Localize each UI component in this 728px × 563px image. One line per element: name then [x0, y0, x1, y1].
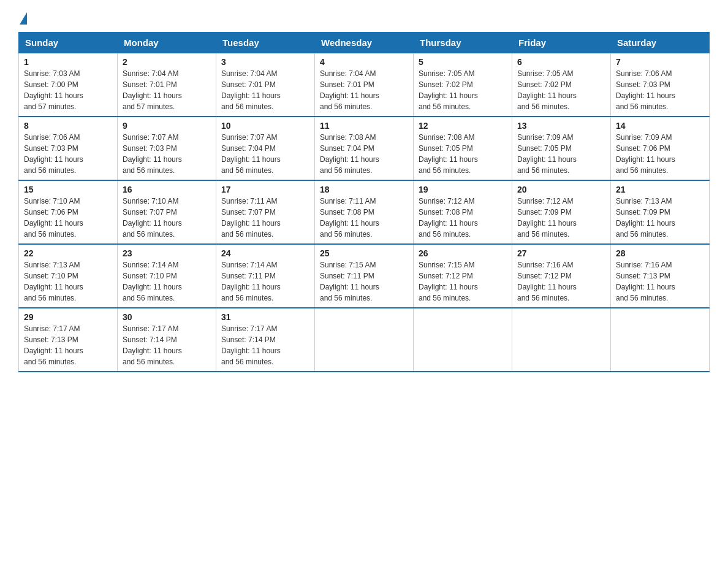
day-number: 30: [123, 312, 211, 322]
day-number: 27: [517, 248, 605, 258]
day-cell: 22 Sunrise: 7:13 AM Sunset: 7:10 PM Dayl…: [19, 244, 118, 308]
day-cell: 21 Sunrise: 7:13 AM Sunset: 7:09 PM Dayl…: [611, 180, 710, 244]
header-wednesday: Wednesday: [315, 33, 414, 53]
day-cell: 26 Sunrise: 7:15 AM Sunset: 7:12 PM Dayl…: [414, 244, 512, 308]
day-number: 2: [123, 57, 211, 67]
day-cell: [611, 308, 710, 372]
day-info: Sunrise: 7:07 AM Sunset: 7:03 PM Dayligh…: [123, 132, 211, 176]
day-info: Sunrise: 7:11 AM Sunset: 7:07 PM Dayligh…: [221, 196, 309, 240]
day-info: Sunrise: 7:09 AM Sunset: 7:05 PM Dayligh…: [517, 132, 605, 176]
day-cell: [512, 308, 611, 372]
day-cell: 16 Sunrise: 7:10 AM Sunset: 7:07 PM Dayl…: [118, 180, 216, 244]
day-cell: 5 Sunrise: 7:05 AM Sunset: 7:02 PM Dayli…: [414, 53, 512, 117]
day-number: 16: [123, 185, 211, 194]
day-cell: 1 Sunrise: 7:03 AM Sunset: 7:00 PM Dayli…: [19, 53, 118, 117]
logo: [18, 12, 27, 26]
day-number: 17: [221, 185, 309, 194]
day-cell: 14 Sunrise: 7:09 AM Sunset: 7:06 PM Dayl…: [611, 117, 710, 180]
calendar-header-row: SundayMondayTuesdayWednesdayThursdayFrid…: [19, 33, 710, 53]
week-row-4: 22 Sunrise: 7:13 AM Sunset: 7:10 PM Dayl…: [19, 244, 710, 308]
header-monday: Monday: [118, 33, 216, 53]
day-cell: 24 Sunrise: 7:14 AM Sunset: 7:11 PM Dayl…: [216, 244, 315, 308]
day-cell: 18 Sunrise: 7:11 AM Sunset: 7:08 PM Dayl…: [315, 180, 414, 244]
day-info: Sunrise: 7:05 AM Sunset: 7:02 PM Dayligh…: [517, 68, 605, 112]
day-info: Sunrise: 7:13 AM Sunset: 7:10 PM Dayligh…: [24, 259, 112, 304]
header-thursday: Thursday: [414, 33, 512, 53]
day-cell: 2 Sunrise: 7:04 AM Sunset: 7:01 PM Dayli…: [118, 53, 216, 117]
day-cell: 9 Sunrise: 7:07 AM Sunset: 7:03 PM Dayli…: [118, 117, 216, 180]
day-number: 22: [24, 248, 112, 258]
day-number: 11: [320, 121, 408, 131]
day-cell: 15 Sunrise: 7:10 AM Sunset: 7:06 PM Dayl…: [19, 180, 118, 244]
day-cell: 8 Sunrise: 7:06 AM Sunset: 7:03 PM Dayli…: [19, 117, 118, 180]
day-number: 29: [24, 312, 112, 322]
day-cell: 3 Sunrise: 7:04 AM Sunset: 7:01 PM Dayli…: [216, 53, 315, 117]
day-cell: 28 Sunrise: 7:16 AM Sunset: 7:13 PM Dayl…: [611, 244, 710, 308]
day-cell: 23 Sunrise: 7:14 AM Sunset: 7:10 PM Dayl…: [118, 244, 216, 308]
day-number: 21: [616, 185, 704, 194]
day-cell: 27 Sunrise: 7:16 AM Sunset: 7:12 PM Dayl…: [512, 244, 611, 308]
day-number: 25: [320, 248, 408, 258]
day-number: 8: [24, 121, 112, 131]
day-number: 26: [419, 248, 507, 258]
day-number: 31: [221, 312, 309, 322]
header-sunday: Sunday: [19, 33, 118, 53]
day-info: Sunrise: 7:17 AM Sunset: 7:14 PM Dayligh…: [123, 323, 211, 367]
day-cell: [315, 308, 414, 372]
day-info: Sunrise: 7:16 AM Sunset: 7:12 PM Dayligh…: [517, 259, 605, 304]
day-info: Sunrise: 7:14 AM Sunset: 7:11 PM Dayligh…: [221, 259, 309, 304]
day-info: Sunrise: 7:13 AM Sunset: 7:09 PM Dayligh…: [616, 196, 704, 240]
day-info: Sunrise: 7:08 AM Sunset: 7:04 PM Dayligh…: [320, 132, 408, 176]
day-info: Sunrise: 7:09 AM Sunset: 7:06 PM Dayligh…: [616, 132, 704, 176]
day-info: Sunrise: 7:06 AM Sunset: 7:03 PM Dayligh…: [24, 132, 112, 176]
day-cell: 17 Sunrise: 7:11 AM Sunset: 7:07 PM Dayl…: [216, 180, 315, 244]
day-cell: 13 Sunrise: 7:09 AM Sunset: 7:05 PM Dayl…: [512, 117, 611, 180]
day-cell: 12 Sunrise: 7:08 AM Sunset: 7:05 PM Dayl…: [414, 117, 512, 180]
day-cell: [414, 308, 512, 372]
day-cell: 4 Sunrise: 7:04 AM Sunset: 7:01 PM Dayli…: [315, 53, 414, 117]
day-info: Sunrise: 7:16 AM Sunset: 7:13 PM Dayligh…: [616, 259, 704, 304]
day-cell: 20 Sunrise: 7:12 AM Sunset: 7:09 PM Dayl…: [512, 180, 611, 244]
day-info: Sunrise: 7:04 AM Sunset: 7:01 PM Dayligh…: [221, 68, 309, 112]
day-cell: 11 Sunrise: 7:08 AM Sunset: 7:04 PM Dayl…: [315, 117, 414, 180]
day-number: 9: [123, 121, 211, 131]
week-row-5: 29 Sunrise: 7:17 AM Sunset: 7:13 PM Dayl…: [19, 308, 710, 372]
day-number: 19: [419, 185, 507, 194]
day-number: 23: [123, 248, 211, 258]
day-number: 15: [24, 185, 112, 194]
day-info: Sunrise: 7:15 AM Sunset: 7:12 PM Dayligh…: [419, 259, 507, 304]
day-info: Sunrise: 7:17 AM Sunset: 7:14 PM Dayligh…: [221, 323, 309, 367]
logo-triangle-icon: [20, 12, 27, 25]
day-info: Sunrise: 7:04 AM Sunset: 7:01 PM Dayligh…: [123, 68, 211, 112]
day-cell: 6 Sunrise: 7:05 AM Sunset: 7:02 PM Dayli…: [512, 53, 611, 117]
day-info: Sunrise: 7:10 AM Sunset: 7:06 PM Dayligh…: [24, 196, 112, 240]
day-cell: 29 Sunrise: 7:17 AM Sunset: 7:13 PM Dayl…: [19, 308, 118, 372]
day-info: Sunrise: 7:08 AM Sunset: 7:05 PM Dayligh…: [419, 132, 507, 176]
header-saturday: Saturday: [611, 33, 710, 53]
day-number: 13: [517, 121, 605, 131]
day-info: Sunrise: 7:05 AM Sunset: 7:02 PM Dayligh…: [419, 68, 507, 112]
header-friday: Friday: [512, 33, 611, 53]
day-number: 7: [616, 57, 704, 67]
day-number: 28: [616, 248, 704, 258]
day-info: Sunrise: 7:12 AM Sunset: 7:09 PM Dayligh…: [517, 196, 605, 240]
day-cell: 25 Sunrise: 7:15 AM Sunset: 7:11 PM Dayl…: [315, 244, 414, 308]
header-tuesday: Tuesday: [216, 33, 315, 53]
day-cell: 10 Sunrise: 7:07 AM Sunset: 7:04 PM Dayl…: [216, 117, 315, 180]
day-info: Sunrise: 7:15 AM Sunset: 7:11 PM Dayligh…: [320, 259, 408, 304]
day-info: Sunrise: 7:04 AM Sunset: 7:01 PM Dayligh…: [320, 68, 408, 112]
week-row-2: 8 Sunrise: 7:06 AM Sunset: 7:03 PM Dayli…: [19, 117, 710, 180]
day-number: 4: [320, 57, 408, 67]
day-cell: 31 Sunrise: 7:17 AM Sunset: 7:14 PM Dayl…: [216, 308, 315, 372]
day-number: 10: [221, 121, 309, 131]
day-number: 14: [616, 121, 704, 131]
day-info: Sunrise: 7:17 AM Sunset: 7:13 PM Dayligh…: [24, 323, 112, 367]
day-info: Sunrise: 7:14 AM Sunset: 7:10 PM Dayligh…: [123, 259, 211, 304]
day-number: 12: [419, 121, 507, 131]
day-number: 1: [24, 57, 112, 67]
day-info: Sunrise: 7:06 AM Sunset: 7:03 PM Dayligh…: [616, 68, 704, 112]
day-info: Sunrise: 7:10 AM Sunset: 7:07 PM Dayligh…: [123, 196, 211, 240]
day-cell: 19 Sunrise: 7:12 AM Sunset: 7:08 PM Dayl…: [414, 180, 512, 244]
day-number: 6: [517, 57, 605, 67]
page-header: [18, 12, 710, 26]
